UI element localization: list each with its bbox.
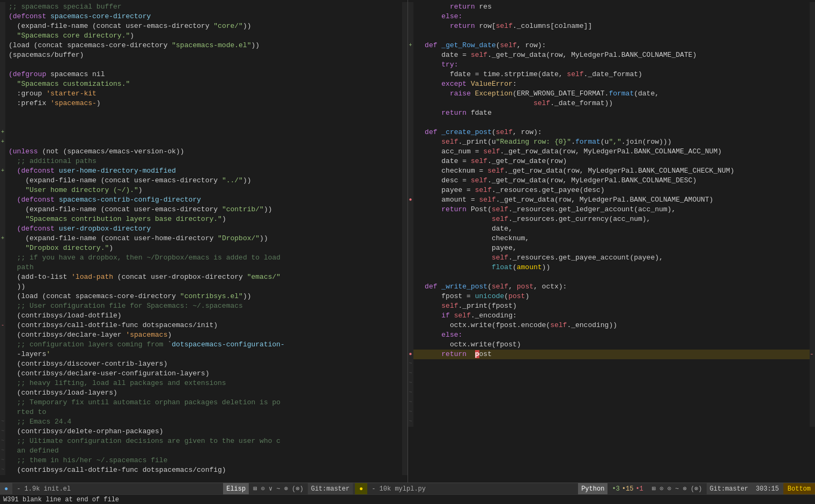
fringe: + — [0, 234, 5, 243]
fringe-r — [402, 301, 408, 311]
line-content: "Dropbox directory.") — [5, 243, 402, 253]
line-content: fdate = time.strptime(date, self._date_f… — [413, 70, 810, 79]
fringe-r — [810, 330, 815, 340]
right-icons: ⊞ ⊙ ⊙ ~ ⊗ (⊗) — [648, 483, 707, 494]
fringe-r — [810, 369, 815, 379]
line-content: (contribsys/declare-layer 'spacemacs) — [5, 330, 402, 340]
fringe-r — [810, 21, 815, 31]
fringe-r — [810, 89, 815, 99]
fringe-r — [810, 157, 815, 166]
fringe — [0, 186, 5, 195]
code-line: self._resources.get_payee_account(payee)… — [408, 253, 816, 263]
line-content: raise Exception(ERR_WRONG_DATE_FORMAT.fo… — [413, 89, 810, 99]
code-line: )) — [0, 282, 408, 292]
status-bar: ● - 1.9k init.el Elisp ⊞ ⊙ ∨ ~ ⊗ (⊗) Git… — [0, 483, 815, 494]
status-left-git: Git:master — [308, 483, 353, 494]
fringe: + — [0, 166, 5, 176]
line-content — [5, 118, 402, 128]
code-line: ;; User configuration file for Spacemacs… — [0, 301, 408, 311]
fringe — [0, 147, 5, 157]
fringe-r — [810, 118, 815, 128]
line-content: (defconst user-dropbox-directory — [5, 224, 402, 234]
status-right-icon: ● — [355, 483, 367, 494]
line-content: ;; Ultimate configuration decisions are … — [5, 436, 402, 446]
editor: ;; spacemacs special buffer (defconst sp… — [0, 0, 815, 504]
code-line: (expand-file-name (concat user-emacs-dir… — [0, 176, 408, 186]
code-line: checknum, — [408, 234, 816, 243]
code-line: raise Exception(ERR_WRONG_DATE_FORMAT.fo… — [408, 89, 816, 99]
code-line: self._print(u"Reading row: {0}".format(u… — [408, 137, 816, 147]
fringe-r — [402, 128, 408, 137]
left-mode-icons: ⊞ ⊙ ∨ ~ ⊗ (⊗) — [253, 485, 303, 493]
code-line — [0, 118, 408, 128]
line-content — [413, 379, 810, 388]
code-line: ~ ;; Ultimate configuration decisions ar… — [0, 436, 408, 446]
code-line: "Spacemacs core directory.") — [0, 31, 408, 41]
fringe-r — [402, 436, 408, 446]
fringe: ~ — [408, 379, 413, 388]
line-content — [413, 388, 810, 398]
right-code-area[interactable]: return res else: return row[self._column… — [408, 0, 816, 483]
fringe — [0, 398, 5, 407]
left-code-area[interactable]: ;; spacemacs special buffer (defconst sp… — [0, 0, 408, 483]
fringe — [408, 128, 413, 137]
code-line: (contribsys/declare-user-configuration-l… — [0, 369, 408, 379]
line-content: rted to — [5, 407, 402, 417]
fringe-r — [402, 427, 408, 436]
fringe-r — [810, 417, 815, 427]
fringe-r — [810, 243, 815, 253]
fringe-r — [402, 417, 408, 427]
status-left-icon: ● — [0, 483, 12, 494]
code-line: desc = self._get_row_data(row, MyLedgerP… — [408, 176, 816, 186]
fringe-r — [402, 243, 408, 253]
code-line: :group 'starter-kit — [0, 89, 408, 99]
fringe — [0, 195, 5, 205]
fringe — [0, 359, 5, 369]
fringe-r — [810, 321, 815, 330]
line-content: octx.write(fpost.encode(self._encoding)) — [413, 321, 810, 330]
code-line: + (defconst user-home-directory-modified — [0, 166, 408, 176]
line-content: acc_num = self._get_row_data(row, MyLedg… — [413, 147, 810, 157]
line-content: checknum, — [413, 234, 810, 243]
line-content — [5, 137, 402, 147]
code-line: + def _get_Row_date(self, row): — [408, 41, 816, 50]
line-content: "Spacemacs core directory.") — [5, 31, 402, 41]
fringe-r — [810, 388, 815, 398]
fringe: ~ — [0, 446, 5, 456]
fringe — [0, 214, 5, 224]
fringe-r — [810, 214, 815, 224]
code-line: ;; heavy lifting, load all packages and … — [0, 379, 408, 388]
left-pane-icon: ● — [4, 485, 8, 493]
right-lang-label: Python — [581, 485, 604, 493]
fringe-r — [810, 176, 815, 186]
fringe — [0, 301, 5, 311]
fringe-r — [402, 137, 408, 147]
right-file-info: - 10k mylpl.py — [372, 485, 426, 493]
code-line — [408, 272, 816, 282]
fringe-r — [402, 60, 408, 70]
line-content: ;; if you have a dropbox, then ~/Dropbox… — [5, 253, 402, 263]
status-position: 303:15 — [752, 483, 783, 494]
line-content: else: — [413, 330, 810, 340]
line-content: float(amount)) — [413, 263, 810, 272]
left-pane[interactable]: ;; spacemacs special buffer (defconst sp… — [0, 0, 408, 483]
line-content: except ValueError: — [413, 79, 810, 89]
line-content: self._date_format)) — [413, 99, 810, 108]
fringe-r — [402, 99, 408, 108]
fringe — [408, 70, 413, 79]
code-line: rted to — [0, 407, 408, 417]
fringe — [0, 272, 5, 282]
fringe-r — [402, 379, 408, 388]
code-line: def _write_post(self, post, octx): — [408, 282, 816, 292]
fringe-r — [810, 234, 815, 243]
code-line: acc_num = self._get_row_data(row, MyLedg… — [408, 147, 816, 157]
fringe-r — [402, 330, 408, 340]
panes: ;; spacemacs special buffer (defconst sp… — [0, 0, 815, 483]
fringe-r — [402, 465, 408, 475]
fringe-r — [402, 224, 408, 234]
fringe — [0, 70, 5, 79]
fringe — [408, 176, 413, 186]
status-right-file: - 10k mylpl.py — [367, 485, 578, 493]
line-content: (expand-file-name (concat user-home-dire… — [5, 234, 402, 243]
right-pane[interactable]: return res else: return row[self._column… — [408, 0, 816, 483]
